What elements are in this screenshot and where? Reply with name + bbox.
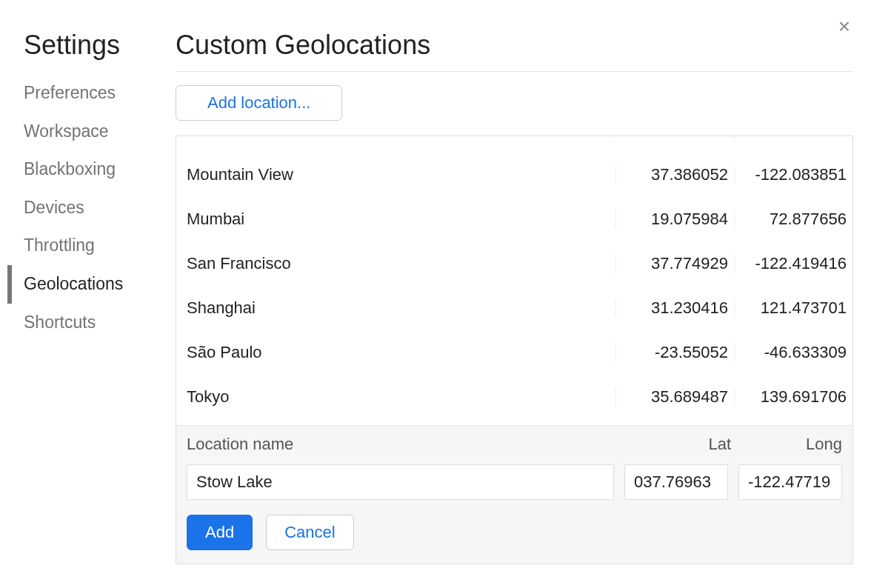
location-long: 121.473701 [734, 298, 852, 318]
editor-header-name: Location name [187, 435, 620, 454]
sidebar-item-workspace[interactable]: Workspace [7, 113, 167, 151]
location-name: Shanghai [176, 298, 615, 318]
location-lat-input[interactable] [624, 464, 728, 500]
sidebar-item-geolocations[interactable]: Geolocations [7, 265, 167, 304]
sidebar-item-devices[interactable]: Devices [7, 189, 167, 227]
location-lat: 19.075984 [615, 210, 734, 229]
locations-list[interactable]: Moscow55.75582637.6173Mountain View37.38… [176, 136, 852, 425]
locations-panel: Moscow55.75582637.6173Mountain View37.38… [176, 136, 853, 564]
location-editor: Location name Lat Long Add Cancel [176, 425, 852, 564]
table-row[interactable]: Moscow55.75582637.6173 [176, 136, 852, 153]
location-long: -46.633309 [734, 343, 852, 362]
sidebar-item-preferences[interactable]: Preferences [7, 74, 167, 113]
location-name: Mumbai [176, 210, 615, 229]
location-lat: 55.755826 [615, 136, 734, 140]
location-long: 139.691706 [734, 387, 852, 407]
location-long: 37.6173 [734, 136, 852, 140]
location-lat: -23.55052 [615, 343, 734, 362]
sidebar-item-throttling[interactable]: Throttling [7, 227, 167, 265]
location-name-input[interactable] [187, 464, 614, 500]
add-location-button[interactable]: Add location... [176, 85, 342, 121]
location-name: Tokyo [176, 387, 615, 407]
page-title: Custom Geolocations [176, 30, 853, 72]
sidebar-item-blackboxing[interactable]: Blackboxing [7, 150, 167, 189]
location-name: São Paulo [176, 343, 615, 362]
location-lat: 37.774929 [615, 254, 734, 273]
toolbar: Add location... [176, 85, 853, 121]
editor-header-long: Long [731, 435, 842, 454]
location-long-input[interactable] [738, 464, 842, 500]
table-row[interactable]: Mumbai19.07598472.877656 [176, 197, 852, 241]
settings-sidebar: Settings PreferencesWorkspaceBlackboxing… [0, 18, 167, 588]
location-lat: 31.230416 [615, 298, 734, 318]
table-row[interactable]: São Paulo-23.55052-46.633309 [176, 330, 852, 375]
add-button[interactable]: Add [187, 515, 253, 550]
sidebar-item-shortcuts[interactable]: Shortcuts [7, 304, 167, 342]
location-long: -122.083851 [734, 165, 852, 184]
table-row[interactable]: Mountain View37.386052-122.083851 [176, 153, 852, 197]
table-row[interactable]: Tokyo35.689487139.691706 [176, 375, 852, 419]
location-name: Moscow [176, 136, 615, 140]
close-icon[interactable]: × [838, 16, 850, 37]
location-lat: 37.386052 [615, 165, 734, 184]
location-lat: 35.689487 [615, 387, 734, 407]
location-long: -122.419416 [734, 254, 852, 273]
sidebar-title: Settings [24, 30, 167, 61]
main-panel: Custom Geolocations Add location... Mosc… [167, 18, 871, 588]
location-name: Mountain View [176, 165, 615, 184]
location-long: 72.877656 [734, 210, 852, 229]
location-name: San Francisco [176, 254, 615, 273]
table-row[interactable]: San Francisco37.774929-122.419416 [176, 241, 852, 286]
editor-header-lat: Lat [620, 435, 731, 454]
cancel-button[interactable]: Cancel [266, 515, 353, 550]
table-row[interactable]: Shanghai31.230416121.473701 [176, 286, 852, 330]
